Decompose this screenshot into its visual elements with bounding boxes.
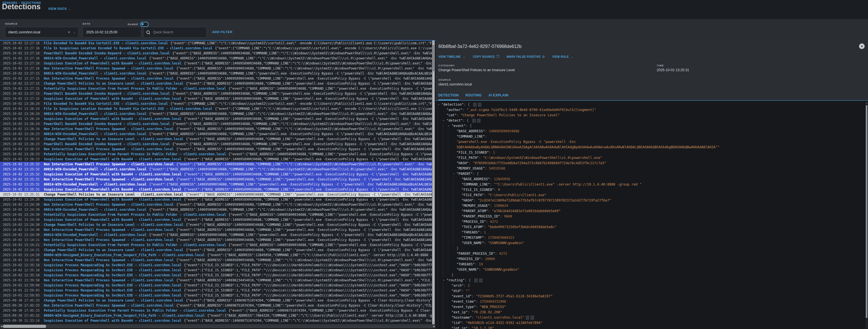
scroll-down-icon[interactable]: ▼ <box>432 322 435 324</box>
copy-value-icon[interactable] <box>477 119 480 122</box>
copy-path-icon[interactable] <box>473 103 476 107</box>
detection-row[interactable]: 2025-10-02 13:26:2400014-WIN-Encoded_Pow… <box>0 111 432 116</box>
copy-value-icon[interactable] <box>531 316 534 320</box>
detection-row[interactable]: 2025-09-30 17:45:33Change PowerShell Pol… <box>0 298 432 303</box>
detection-row[interactable]: 2025-10-02 12:35:18Suspicious Process Ma… <box>0 263 432 268</box>
detection-row[interactable]: 2025-10-02 13:24:30Non Interactive Power… <box>0 202 432 207</box>
detection-row[interactable]: 2025-09-30 11:33:14Suspicious Execution … <box>0 318 432 323</box>
view-docs-link[interactable]: VIEW DOCS → <box>48 7 71 10</box>
panel-scrollbar[interactable]: ▲ <box>866 102 868 329</box>
source-select[interactable]: client1.ssnrshnn.local ✕ ⌄ <box>5 27 79 37</box>
collapse-caret-icon[interactable]: ▾ <box>448 123 452 129</box>
detection-row[interactable]: 2025-10-02 13:26:24Suspicious Execution … <box>0 116 432 121</box>
tab-detection[interactable]: DETECTION <box>438 93 459 100</box>
collapse-caret-icon[interactable]: ▾ <box>438 102 441 107</box>
detection-row[interactable]: 2025-10-01 13:39:58Non Interactive Power… <box>0 278 432 283</box>
detection-row[interactable]: 2025-10-02 13:26:24Non Interactive Power… <box>0 127 432 132</box>
detection-timestamp: 2025-09-30 17:45:33 <box>3 298 40 302</box>
copy-value-icon[interactable] <box>478 103 481 107</box>
detection-row[interactable]: 2025-10-02 13:26:23Potentially Suspiciou… <box>0 152 432 157</box>
detection-row[interactable]: 2025-10-02 13:27:15Change PowerShell Pol… <box>0 81 432 86</box>
json-line: "USER_NAME": "SSNRSHNN\goadmin" <box>436 267 868 272</box>
panel-scrollbar-thumb[interactable] <box>866 105 867 318</box>
detection-row[interactable]: 2025-09-30 17:45:33Non Interactive Power… <box>0 303 432 308</box>
tab-routing[interactable]: ROUTING <box>465 93 482 100</box>
copy-path-icon[interactable] <box>526 316 529 320</box>
detection-row[interactable]: 2025-10-02 13:25:3200014-WIN-Encoded_Pow… <box>0 167 432 172</box>
mark-false-positive-link[interactable]: MARK FALSE POSITIVE⊘ <box>507 55 545 59</box>
detection-row[interactable]: 2025-10-02 13:27:15Potentially Suspiciou… <box>0 86 432 91</box>
detection-row[interactable]: 2025-10-02 13:27:1500014-WIN-Encoded_Pow… <box>0 71 432 76</box>
detection-row[interactable]: 2025-10-02 13:25:32Suspicious Execution … <box>0 172 432 177</box>
detection-row[interactable]: 2025-10-02 13:24:3000014-WIN-Encoded_Pow… <box>0 207 432 212</box>
detection-row[interactable]: 2025-10-02 13:24:30Suspicious Execution … <box>0 217 432 222</box>
close-icon[interactable]: ✕ <box>859 44 865 49</box>
detection-row[interactable]: 2025-10-02 13:25:31Non Interactive Power… <box>0 177 432 182</box>
collapse-caret-icon[interactable]: ▾ <box>453 171 457 176</box>
detection-row[interactable]: 2025-10-02 12:35:18Suspicious Process Ma… <box>0 273 432 278</box>
detection-row[interactable]: 2025-10-02 13:26:23Change PowerShell Pol… <box>0 136 432 141</box>
detection-row[interactable]: 2025-10-02 13:26:24File Encoded To Base6… <box>0 101 432 106</box>
detection-row[interactable]: 2025-10-02 13:27:15Suspicious Execution … <box>0 96 432 101</box>
list-horizontal-scrollbar[interactable]: ◀ ▶ <box>0 324 436 328</box>
detection-row[interactable]: 2025-10-02 13:14:21Change PowerShell Pol… <box>0 247 432 252</box>
detection-row[interactable]: 2025-10-02 13:27:16Suspicious Execution … <box>0 61 432 66</box>
detection-row[interactable]: 2025-10-02 13:24:30Non Interactive Power… <box>0 227 432 232</box>
list-vertical-scrollbar-thumb[interactable] <box>432 45 434 72</box>
clear-source-icon[interactable]: ✕ <box>68 30 70 34</box>
detection-row[interactable]: 2025-10-02 13:14:21Non Interactive Power… <box>0 237 432 242</box>
view-rule-link[interactable]: VIEW RULE→ <box>552 55 574 59</box>
detection-row[interactable]: 2025-10-02 13:25:31Change PowerShell Pol… <box>0 192 432 197</box>
detection-row[interactable]: 2025-09-30 17:45:3200084-WIN-Unsigned_Bi… <box>0 313 432 318</box>
detection-row[interactable]: 2025-10-01 12:59:03Suspicious Process Ma… <box>0 288 432 293</box>
detection-row[interactable]: 2025-10-02 13:25:32Non Interactive Power… <box>0 162 432 167</box>
copy-path-icon[interactable] <box>474 279 477 282</box>
detection-row[interactable]: 2025-10-02 13:14:2000084-WIN-Unsigned_Bi… <box>0 252 432 257</box>
detection-row[interactable]: 2025-10-02 13:25:31Suspicious Execution … <box>0 187 432 192</box>
detection-row[interactable]: 2025-10-02 13:14:21Potentially Suspiciou… <box>0 242 432 247</box>
detection-row[interactable]: 2025-10-02 13:26:23Suspicious Execution … <box>0 157 432 162</box>
collapse-caret-icon[interactable]: ▾ <box>443 278 446 283</box>
list-vertical-scrollbar[interactable]: ▲ ▼ <box>432 40 435 324</box>
copy-path-icon[interactable] <box>472 119 475 122</box>
scroll-left-icon[interactable]: ◀ <box>0 324 3 328</box>
scroll-up-icon[interactable]: ▲ <box>866 102 868 105</box>
detection-row[interactable]: 2025-10-02 13:26:23Non Interactive Power… <box>0 146 432 152</box>
detection-hostname: client1.ssnrshnn.local <box>104 72 146 75</box>
scroll-up-icon[interactable]: ▲ <box>432 40 435 44</box>
tab-ai-explain[interactable]: AI EXPLAIN <box>489 93 508 100</box>
detection-row[interactable]: 2025-10-02 13:26:2300014-WIN-Encoded_Pow… <box>0 132 432 136</box>
scroll-right-icon[interactable]: ▶ <box>433 324 436 328</box>
range-toggle[interactable] <box>140 22 149 27</box>
detection-row[interactable]: 2025-10-02 13:13:45Non Interactive Power… <box>0 257 432 263</box>
list-horizontal-scrollbar-thumb[interactable] <box>3 325 46 328</box>
view-timeline-link[interactable]: VIEW TIMELINE→ <box>438 55 466 59</box>
detection-row[interactable]: 2025-10-02 13:24:3000014-WIN-Encoded_Pow… <box>0 232 432 237</box>
detection-row[interactable]: 2025-10-02 13:27:16Non Interactive Power… <box>0 66 432 71</box>
detection-row[interactable]: 2025-10-02 13:24:30Suspicious Execution … <box>0 197 432 202</box>
detection-row[interactable]: 2025-10-02 13:26:24File In Suspicious Lo… <box>0 106 432 111</box>
detection-row[interactable]: 2025-09-30 17:45:33Potentially Suspiciou… <box>0 308 432 313</box>
add-filter-button[interactable]: ADD FILTER <box>212 30 232 34</box>
copy-source-link[interactable]: COPY SOURCE❐ <box>473 55 499 59</box>
detection-row[interactable]: 2025-10-02 13:27:1600014-WIN-Encoded_Pow… <box>0 56 432 61</box>
detection-hostname: client1.ssnrshnn.local <box>104 183 146 186</box>
quick-search-input[interactable] <box>153 30 204 34</box>
indent-guide <box>438 113 443 118</box>
collapse-caret-icon[interactable]: ▾ <box>443 118 446 123</box>
detection-row[interactable]: 2025-10-02 12:35:18Suspicious Process Ma… <box>0 268 432 273</box>
detection-row[interactable]: 2025-10-02 13:27:15PowerShell Base64 Enc… <box>0 91 432 96</box>
date-input[interactable] <box>86 30 138 34</box>
detection-row[interactable]: 2025-10-02 13:25:3100014-WIN-Encoded_Pow… <box>0 182 432 187</box>
detection-row[interactable]: 2025-10-02 13:24:30Change PowerShell Pol… <box>0 222 432 227</box>
detection-row[interactable]: 2025-10-02 13:27:15Non Interactive Power… <box>0 76 432 81</box>
detection-row[interactable]: 2025-10-02 13:26:23PowerShell Base64 Enc… <box>0 141 432 146</box>
detection-row[interactable]: 2025-10-02 13:26:24PowerShell Base64 Enc… <box>0 121 432 127</box>
detection-row[interactable]: 2025-10-02 13:27:16File Encoded To Base6… <box>0 40 432 46</box>
detection-row[interactable]: 2025-10-01 12:59:04Suspicious Process Ma… <box>0 283 432 288</box>
detection-row[interactable]: 2025-10-02 13:27:16File In Suspicious Lo… <box>0 46 432 51</box>
detection-row[interactable]: 2025-10-02 13:27:16PowerShell Base64 Enc… <box>0 51 432 56</box>
copy-value-icon[interactable] <box>479 279 482 282</box>
detection-row[interactable]: 2025-10-02 13:24:30Potentially Suspiciou… <box>0 212 432 217</box>
detection-row[interactable]: 2025-10-01 12:59:03Suspicious Process Ma… <box>0 293 432 298</box>
